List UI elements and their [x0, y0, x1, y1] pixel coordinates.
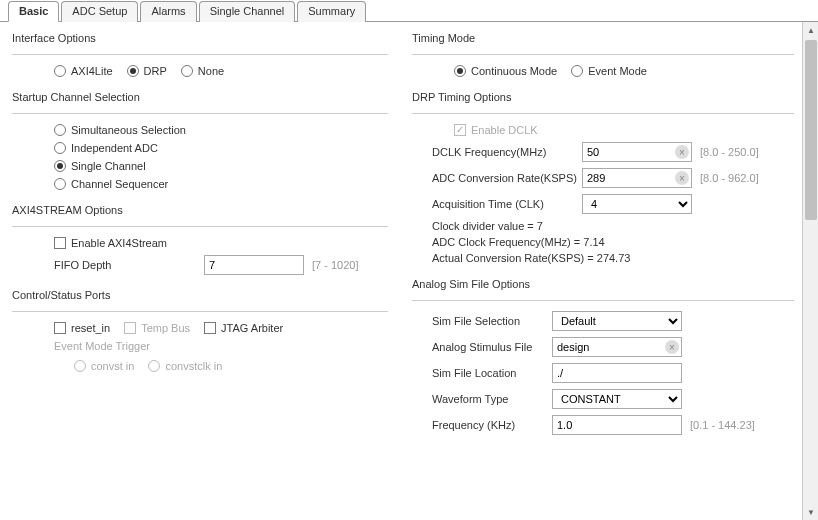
check-temp-bus-label: Temp Bus	[141, 322, 190, 334]
radio-simultaneous[interactable]: Simultaneous Selection	[54, 124, 186, 136]
clear-icon[interactable]: ×	[675, 145, 689, 159]
radio-none-label: None	[198, 65, 224, 77]
check-jtag-arbiter[interactable]: JTAG Arbiter	[204, 322, 283, 334]
check-reset-in[interactable]: reset_in	[54, 322, 110, 334]
clear-icon[interactable]: ×	[665, 340, 679, 354]
axistream-title: AXI4STREAM Options	[12, 204, 388, 216]
radio-convstclk-in-label: convstclk in	[165, 360, 222, 372]
radio-simultaneous-label: Simultaneous Selection	[71, 124, 186, 136]
tab-alarms[interactable]: Alarms	[140, 1, 196, 22]
radio-continuous-mode-label: Continuous Mode	[471, 65, 557, 77]
event-trigger-title: Event Mode Trigger	[54, 340, 388, 352]
adc-rate-range: [8.0 - 962.0]	[700, 172, 759, 184]
clear-icon[interactable]: ×	[675, 171, 689, 185]
acq-time-select[interactable]: 4	[582, 194, 692, 214]
sim-file-sel-label: Sim File Selection	[432, 315, 552, 327]
adc-rate-label: ADC Conversion Rate(KSPS)	[432, 172, 582, 184]
radio-independent[interactable]: Independent ADC	[54, 142, 158, 154]
freq-range: [0.1 - 144.23]	[690, 419, 755, 431]
check-enable-axi4stream-label: Enable AXI4Stream	[71, 237, 167, 249]
location-input[interactable]	[552, 363, 682, 383]
freq-input[interactable]	[552, 415, 682, 435]
fifo-depth-label: FIFO Depth	[54, 259, 204, 271]
radio-convst-in: convst in	[74, 360, 134, 372]
check-temp-bus: Temp Bus	[124, 322, 190, 334]
scroll-up-icon[interactable]: ▲	[803, 22, 818, 38]
waveform-label: Waveform Type	[432, 393, 552, 405]
tabs-bar: Basic ADC Setup Alarms Single Channel Su…	[0, 0, 818, 22]
radio-axi4lite-label: AXI4Lite	[71, 65, 113, 77]
interface-options-title: Interface Options	[12, 32, 388, 44]
radio-sequencer[interactable]: Channel Sequencer	[54, 178, 168, 190]
waveform-select[interactable]: CONSTANT	[552, 389, 682, 409]
radio-convst-in-label: convst in	[91, 360, 134, 372]
fifo-depth-input[interactable]	[204, 255, 304, 275]
dclk-freq-range: [8.0 - 250.0]	[700, 146, 759, 158]
radio-single-channel-label: Single Channel	[71, 160, 146, 172]
radio-axi4lite[interactable]: AXI4Lite	[54, 65, 113, 77]
timing-mode-title: Timing Mode	[412, 32, 794, 44]
clock-divider-info: Clock divider value = 7	[432, 220, 794, 232]
freq-label: Frequency (KHz)	[432, 419, 552, 431]
tab-single-channel[interactable]: Single Channel	[199, 1, 296, 22]
radio-drp-label: DRP	[144, 65, 167, 77]
scrollbar[interactable]: ▲ ▼	[802, 22, 818, 520]
analog-sim-title: Analog Sim File Options	[412, 278, 794, 290]
radio-convstclk-in: convstclk in	[148, 360, 222, 372]
dclk-freq-label: DCLK Frequency(MHz)	[432, 146, 582, 158]
check-jtag-arbiter-label: JTAG Arbiter	[221, 322, 283, 334]
acq-time-label: Acquisition Time (CLK)	[432, 198, 582, 210]
radio-continuous-mode[interactable]: Continuous Mode	[454, 65, 557, 77]
actual-rate-info: Actual Conversion Rate(KSPS) = 274.73	[432, 252, 794, 264]
scroll-down-icon[interactable]: ▼	[803, 504, 818, 520]
radio-event-mode[interactable]: Event Mode	[571, 65, 647, 77]
sim-file-sel-select[interactable]: Default	[552, 311, 682, 331]
radio-drp[interactable]: DRP	[127, 65, 167, 77]
check-enable-dclk-label: Enable DCLK	[471, 124, 538, 136]
radio-none[interactable]: None	[181, 65, 224, 77]
startup-title: Startup Channel Selection	[12, 91, 388, 103]
radio-event-mode-label: Event Mode	[588, 65, 647, 77]
radio-single-channel[interactable]: Single Channel	[54, 160, 146, 172]
radio-independent-label: Independent ADC	[71, 142, 158, 154]
radio-sequencer-label: Channel Sequencer	[71, 178, 168, 190]
check-enable-axi4stream[interactable]: Enable AXI4Stream	[54, 237, 167, 249]
control-ports-title: Control/Status Ports	[12, 289, 388, 301]
tab-summary[interactable]: Summary	[297, 1, 366, 22]
location-label: Sim File Location	[432, 367, 552, 379]
stimulus-label: Analog Stimulus File	[432, 341, 552, 353]
scrollbar-thumb[interactable]	[805, 40, 817, 220]
stimulus-input[interactable]	[552, 337, 682, 357]
check-reset-in-label: reset_in	[71, 322, 110, 334]
check-enable-dclk: Enable DCLK	[454, 124, 538, 136]
tab-adc-setup[interactable]: ADC Setup	[61, 1, 138, 22]
tab-basic[interactable]: Basic	[8, 1, 59, 22]
adc-clock-freq-info: ADC Clock Frequency(MHz) = 7.14	[432, 236, 794, 248]
fifo-depth-range: [7 - 1020]	[312, 259, 358, 271]
drp-timing-title: DRP Timing Options	[412, 91, 794, 103]
